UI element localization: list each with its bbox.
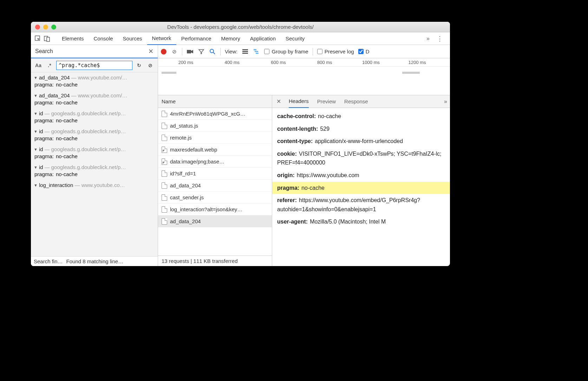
result-url: — googleads.g.doubleclick.net/p… [45,110,126,116]
maximize-window-button[interactable] [51,25,56,30]
search-match[interactable]: pragma:no-cache [34,135,155,141]
match-case-button[interactable]: Aa [34,61,43,70]
timeline-tick: 600 ms [271,60,286,65]
tab-console[interactable]: Console [89,32,118,45]
window-title: DevTools - developers.google.com/web/too… [31,24,450,30]
search-result[interactable]: ▼id — googleads.g.doubleclick.net/p…prag… [31,108,158,126]
header-key: pragma: [277,185,299,191]
tab-elements[interactable]: Elements [57,32,89,45]
result-url: — www.youtube.com/… [71,92,127,98]
timeline-tick: 800 ms [317,60,332,65]
search-icon[interactable] [209,48,216,55]
headers-content: cache-control:no-cachecontent-length:529… [272,108,450,266]
disable-cache-checkbox[interactable]: D [358,49,370,54]
search-match[interactable]: pragma:no-cache [34,171,155,177]
request-row[interactable]: remote.js [158,132,272,144]
request-name: cast_sender.js [170,194,204,200]
minimize-window-button[interactable] [43,25,48,30]
timeline-overview[interactable]: 200 ms400 ms600 ms800 ms1000 ms1200 ms [158,58,450,95]
request-name: ad_status.js [170,123,198,129]
search-panel-title: Search [35,48,53,54]
header-key: content-type: [277,138,313,144]
request-row[interactable]: data:image/png;base… [158,156,272,168]
clear-icon[interactable]: ⊘ [171,48,178,55]
chevron-down-icon: ▼ [34,165,38,169]
header-row[interactable]: content-type:application/x-www-form-urle… [277,135,450,148]
request-name: id?slf_rd=1 [170,170,196,176]
view-label: View: [225,49,237,54]
header-row[interactable]: cookie:VISITOR_INFO1_LIVE=dDk0-xTswPs; Y… [277,148,450,169]
close-window-button[interactable] [35,25,40,30]
request-row[interactable]: ad_data_204 [158,215,272,227]
camera-icon[interactable] [187,48,194,55]
detail-tab-response[interactable]: Response [344,95,368,108]
tab-sources[interactable]: Sources [118,32,147,45]
search-match[interactable]: pragma:no-cache [34,82,155,88]
result-url: — googleads.g.doubleclick.net/p… [45,164,126,170]
search-result[interactable]: ▼ad_data_204 — www.youtube.com/…pragma:n… [31,90,158,108]
request-list-header[interactable]: Name [158,95,272,108]
refresh-search-icon[interactable]: ↻ [135,61,144,70]
tab-performance[interactable]: Performance [176,32,216,45]
regex-button[interactable]: .* [45,61,54,70]
search-input[interactable] [56,61,132,70]
more-options-icon[interactable]: ⋮ [433,35,446,43]
header-row[interactable]: origin:https://www.youtube.com [277,169,450,182]
header-value: VISITOR_INFO1_LIVE=dDk0-xTswPs; YSC=t9Fh… [277,151,442,166]
search-result[interactable]: ▼log_interaction — www.youtube.co… [31,180,158,192]
timeline-tick: 1000 ms [362,60,380,65]
request-row[interactable]: ad_data_204 [158,180,272,192]
record-button[interactable] [161,49,166,54]
chevron-down-icon: ▼ [34,129,38,134]
request-row[interactable]: id?slf_rd=1 [158,168,272,180]
request-row[interactable]: log_interaction?alt=json&key… [158,204,272,215]
large-rows-icon[interactable] [242,48,249,55]
preserve-log-checkbox[interactable]: Preserve log [317,49,354,54]
search-match[interactable]: pragma:no-cache [34,117,155,123]
search-result[interactable]: ▼id — googleads.g.doubleclick.net/p…prag… [31,162,158,180]
filter-icon[interactable] [198,48,205,55]
header-row[interactable]: content-length:529 [277,123,450,135]
request-row[interactable]: maxresdefault.webp [158,144,272,156]
search-result[interactable]: ▼id — googleads.g.doubleclick.net/p…prag… [31,144,158,162]
request-row[interactable]: ad_status.js [158,120,272,132]
file-icon [162,159,167,165]
tab-memory[interactable]: Memory [216,32,245,45]
header-row[interactable]: cache-control:no-cache [277,110,450,123]
detail-tab-headers[interactable]: Headers [289,95,309,108]
inspect-element-icon[interactable] [34,35,41,42]
result-url: — googleads.g.doubleclick.net/p… [45,128,126,134]
header-row[interactable]: pragma:no-cache [272,182,450,194]
request-row[interactable]: 4mrRnEPnWo81qWPG8_xcG… [158,108,272,120]
search-match[interactable]: pragma:no-cache [34,99,155,105]
timeline-activity [162,72,176,74]
header-value: https://www.youtube.com/embed/G_P6rpRSr4… [277,197,420,212]
request-row[interactable]: cast_sender.js [158,192,272,204]
header-row[interactable]: referer:https://www.youtube.com/embed/G_… [277,194,450,215]
result-name: id [39,164,43,170]
tabs-overflow-icon[interactable]: » [423,35,433,42]
search-result[interactable]: ▼id — googleads.g.doubleclick.net/p…prag… [31,126,158,144]
search-result[interactable]: ▼ad_data_204 — www.youtube.com/…pragma:n… [31,72,158,90]
clear-search-icon[interactable]: ⊘ [146,61,155,70]
header-row[interactable]: user-agent:Mozilla/5.0 (Macintosh; Intel… [277,215,450,228]
tab-application[interactable]: Application [245,32,281,45]
tab-network[interactable]: Network [147,32,176,45]
search-match[interactable]: pragma:no-cache [34,153,155,159]
device-toggle-icon[interactable] [44,35,51,42]
close-detail-icon[interactable]: ✕ [275,98,282,105]
search-panel: Search ✕ Aa .* ↻ ⊘ ▼ad_data_204 — www.yo… [31,45,158,266]
svg-rect-6 [242,49,248,50]
file-icon [162,170,167,177]
panel-tabs: ElementsConsoleSourcesNetworkPerformance… [31,32,450,45]
detail-tab-preview[interactable]: Preview [317,95,336,108]
search-results: ▼ad_data_204 — www.youtube.com/…pragma:n… [31,72,158,256]
detail-tabs-overflow-icon[interactable]: » [444,98,447,105]
waterfall-icon[interactable] [253,48,260,55]
header-value: no-cache [301,185,325,191]
group-by-frame-checkbox[interactable]: Group by frame [264,49,308,54]
tab-security[interactable]: Security [281,32,309,45]
result-name: id [39,110,43,116]
header-key: cookie: [277,151,297,157]
close-search-icon[interactable]: ✕ [148,47,153,55]
